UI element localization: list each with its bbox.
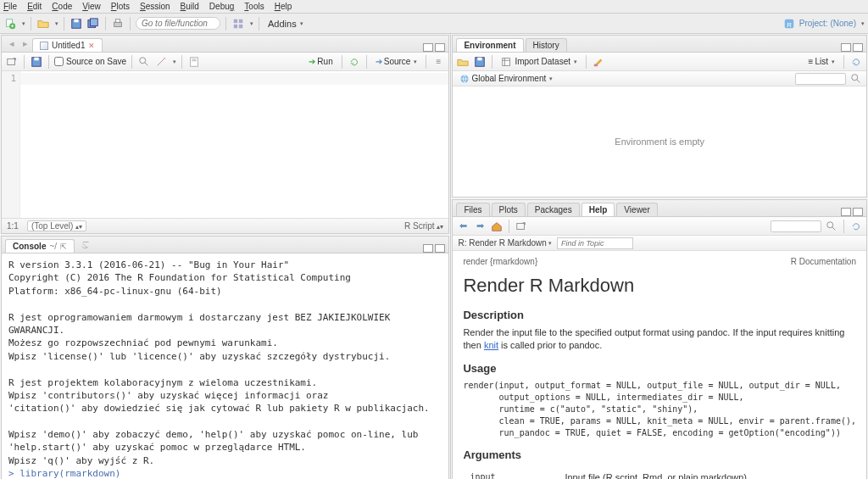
outline-icon[interactable]: ≡ bbox=[431, 55, 445, 69]
minimize-pane-icon[interactable] bbox=[841, 208, 851, 216]
search-icon[interactable] bbox=[849, 72, 863, 86]
refresh-icon[interactable] bbox=[849, 55, 863, 69]
svg-rect-9 bbox=[239, 19, 242, 22]
clear-console-icon[interactable] bbox=[80, 238, 93, 252]
env-empty-message: Environment is empty bbox=[453, 86, 866, 197]
grid-icon[interactable] bbox=[231, 17, 245, 31]
help-popout-icon[interactable] bbox=[515, 220, 528, 233]
help-content[interactable]: render {rmarkdown} R Documentation Rende… bbox=[453, 251, 866, 479]
report-icon[interactable] bbox=[187, 55, 201, 69]
svg-rect-16 bbox=[34, 57, 38, 60]
knit-link[interactable]: knit bbox=[484, 340, 498, 350]
tab-label: Console bbox=[13, 242, 46, 251]
scope-selector[interactable]: (Top Level) ▴▾ bbox=[27, 220, 86, 231]
env-search-input[interactable] bbox=[795, 73, 846, 85]
help-home-icon[interactable] bbox=[490, 220, 504, 233]
help-desc-heading: Description bbox=[463, 308, 856, 323]
arg-row: inputInput file (R script, Rmd, or plain… bbox=[465, 468, 854, 479]
svg-text:R: R bbox=[787, 20, 792, 28]
save-workspace-icon[interactable] bbox=[473, 55, 487, 69]
script-type[interactable]: R Script bbox=[404, 221, 435, 231]
scope-dropdown[interactable]: Global Environment▾ bbox=[456, 73, 556, 85]
tab-environment[interactable]: Environment bbox=[456, 38, 523, 52]
svg-point-28 bbox=[827, 221, 833, 227]
maximize-pane-icon[interactable] bbox=[435, 43, 445, 52]
help-usage-heading: Usage bbox=[463, 361, 856, 376]
help-title: Render R Markdown bbox=[463, 273, 856, 299]
source-on-save-checkbox[interactable]: Source on Save bbox=[54, 57, 126, 66]
cursor-position: 1:1 bbox=[7, 221, 19, 231]
svg-rect-11 bbox=[239, 24, 242, 27]
minimize-pane-icon[interactable] bbox=[841, 43, 851, 52]
rerun-icon[interactable] bbox=[348, 55, 361, 69]
save-icon[interactable] bbox=[70, 17, 83, 31]
maximize-pane-icon[interactable] bbox=[435, 244, 445, 253]
help-args-table: inputInput file (R script, Rmd, or plain… bbox=[463, 466, 856, 479]
forward-icon[interactable]: ▸ bbox=[19, 37, 32, 51]
find-icon[interactable] bbox=[137, 55, 151, 69]
menu-plots[interactable]: Plots bbox=[111, 2, 130, 11]
svg-rect-20 bbox=[192, 60, 197, 61]
menu-debug[interactable]: Debug bbox=[209, 2, 234, 11]
tab-console[interactable]: Console ~/ ⇱ bbox=[5, 239, 75, 253]
project-label[interactable]: Project: (None) bbox=[799, 19, 856, 28]
menu-edit[interactable]: Edit bbox=[27, 2, 42, 11]
tab-label: Untitled1 bbox=[52, 41, 85, 50]
run-button[interactable]: ➔Run bbox=[305, 56, 336, 67]
svg-rect-14 bbox=[8, 58, 15, 64]
menu-file[interactable]: File bbox=[3, 2, 17, 11]
addins-dropdown[interactable]: Addins▾ bbox=[264, 18, 307, 30]
tab-close-icon[interactable]: ✕ bbox=[88, 42, 95, 50]
open-recent-dropdown[interactable]: ▾ bbox=[55, 20, 58, 27]
clear-workspace-icon[interactable] bbox=[592, 55, 605, 69]
load-workspace-icon[interactable] bbox=[456, 55, 470, 69]
menu-code[interactable]: Code bbox=[52, 2, 72, 11]
import-dataset-dropdown[interactable]: Import Dataset▾ bbox=[498, 55, 581, 69]
help-description: Render the input file to the specified o… bbox=[463, 326, 856, 353]
tab-plots[interactable]: Plots bbox=[492, 203, 526, 216]
tab-packages[interactable]: Packages bbox=[527, 203, 580, 216]
console-popout-icon[interactable]: ⇱ bbox=[60, 242, 67, 251]
list-view-dropdown[interactable]: ≡ List▾ bbox=[805, 56, 838, 67]
minimize-pane-icon[interactable] bbox=[423, 244, 433, 253]
save-doc-icon[interactable] bbox=[30, 55, 43, 69]
menu-build[interactable]: Build bbox=[181, 2, 199, 11]
tab-history[interactable]: History bbox=[526, 38, 567, 52]
find-in-topic-input[interactable] bbox=[557, 237, 633, 249]
help-back-icon[interactable]: ⬅ bbox=[456, 220, 470, 233]
svg-rect-8 bbox=[234, 19, 237, 22]
minimize-pane-icon[interactable] bbox=[423, 43, 433, 52]
svg-rect-6 bbox=[114, 22, 122, 26]
new-file-dropdown[interactable]: ▾ bbox=[22, 20, 25, 27]
tab-viewer[interactable]: Viewer bbox=[616, 203, 657, 216]
tab-files[interactable]: Files bbox=[456, 203, 489, 216]
new-file-icon[interactable] bbox=[3, 17, 17, 31]
svg-point-17 bbox=[140, 57, 146, 63]
source-button[interactable]: ➔Source▾ bbox=[372, 56, 421, 67]
maximize-pane-icon[interactable] bbox=[853, 208, 863, 216]
help-pane: Files Plots Packages Help Viewer ⬅ ➡ bbox=[452, 199, 867, 479]
save-all-icon[interactable] bbox=[86, 17, 100, 31]
popout-icon[interactable] bbox=[5, 55, 19, 69]
tab-source-untitled[interactable]: Untitled1 ✕ bbox=[32, 38, 103, 52]
code-editor[interactable]: 1 bbox=[2, 71, 448, 218]
refresh-icon[interactable] bbox=[849, 220, 863, 233]
help-forward-icon[interactable]: ➡ bbox=[473, 220, 487, 233]
svg-rect-18 bbox=[191, 57, 198, 66]
svg-rect-10 bbox=[234, 24, 237, 27]
wand-icon[interactable] bbox=[154, 55, 168, 69]
maximize-pane-icon[interactable] bbox=[853, 43, 863, 52]
tab-help[interactable]: Help bbox=[581, 203, 615, 216]
menu-session[interactable]: Session bbox=[140, 2, 170, 11]
help-search-input[interactable] bbox=[771, 220, 821, 232]
menu-view[interactable]: View bbox=[82, 2, 101, 11]
print-icon[interactable] bbox=[111, 17, 125, 31]
menu-tools[interactable]: Tools bbox=[244, 2, 264, 11]
goto-file-function-input[interactable] bbox=[136, 17, 220, 30]
search-icon[interactable] bbox=[825, 220, 838, 233]
open-file-icon[interactable] bbox=[36, 17, 50, 31]
console-output[interactable]: R version 3.3.1 (2016-06-21) -- "Bug in … bbox=[2, 253, 448, 479]
main-menubar: File Edit Code View Plots Session Build … bbox=[0, 0, 868, 14]
menu-help[interactable]: Help bbox=[275, 2, 292, 11]
back-icon[interactable]: ◂ bbox=[5, 37, 19, 51]
